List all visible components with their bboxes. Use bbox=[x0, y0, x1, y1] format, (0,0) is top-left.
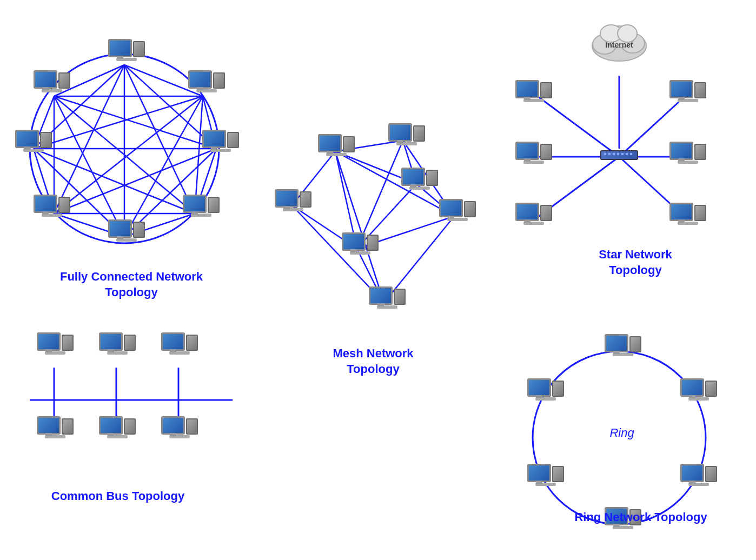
svg-line-3 bbox=[124, 65, 195, 214]
svg-line-34 bbox=[335, 151, 384, 303]
fc-node-top bbox=[108, 39, 145, 61]
ring-center-label: Ring bbox=[595, 426, 649, 440]
internet-cloud: Internet bbox=[584, 16, 654, 67]
mesh-node-b bbox=[388, 123, 425, 145]
ring-label: Ring Network Topology bbox=[573, 510, 708, 525]
ring-node-topright bbox=[680, 378, 717, 401]
ring-node-topleft bbox=[527, 378, 564, 401]
bus-node-bot1 bbox=[37, 416, 74, 438]
star-node-midright bbox=[669, 142, 706, 164]
star-node-topleft bbox=[515, 80, 552, 102]
fc-node-bottomleft bbox=[34, 195, 70, 217]
fc-node-topright bbox=[188, 70, 225, 92]
star-node-midleft bbox=[515, 142, 552, 164]
svg-point-65 bbox=[618, 25, 637, 42]
svg-line-18 bbox=[54, 96, 216, 149]
ring-node-top bbox=[605, 334, 641, 356]
bus-node-bot2 bbox=[99, 416, 136, 438]
mesh-node-e bbox=[275, 189, 311, 211]
fc-node-left bbox=[15, 130, 52, 152]
star-label: Star Network Topology bbox=[573, 247, 698, 278]
ring-node-botright bbox=[680, 464, 717, 486]
fc-node-topleft bbox=[34, 70, 70, 92]
star-node-botright bbox=[669, 203, 706, 225]
bus-node-top2 bbox=[99, 332, 136, 355]
mesh-node-d bbox=[439, 199, 476, 221]
fc-node-bottom bbox=[108, 219, 145, 242]
mesh-label: Mesh Network Topology bbox=[314, 346, 433, 377]
bus-node-top3 bbox=[161, 332, 198, 355]
svg-line-22 bbox=[54, 96, 195, 214]
ring-node-botleft bbox=[527, 464, 564, 486]
mesh-node-g bbox=[369, 286, 406, 309]
svg-line-11 bbox=[54, 96, 203, 214]
fc-node-bottomright bbox=[183, 195, 220, 217]
star-node-botleft bbox=[515, 203, 552, 225]
mesh-node-c bbox=[401, 168, 438, 190]
svg-line-12 bbox=[34, 96, 203, 149]
star-node-topright bbox=[669, 80, 706, 102]
fc-node-right bbox=[202, 130, 239, 152]
fully-connected-label: Fully Connected Network Topology bbox=[42, 269, 221, 300]
mesh-node-a bbox=[318, 134, 355, 156]
bus-node-top1 bbox=[37, 332, 74, 355]
svg-text:Internet: Internet bbox=[605, 41, 633, 49]
bus-node-bot3 bbox=[161, 416, 198, 438]
mesh-node-f bbox=[342, 232, 379, 255]
common-bus-label: Common Bus Topology bbox=[42, 489, 194, 504]
